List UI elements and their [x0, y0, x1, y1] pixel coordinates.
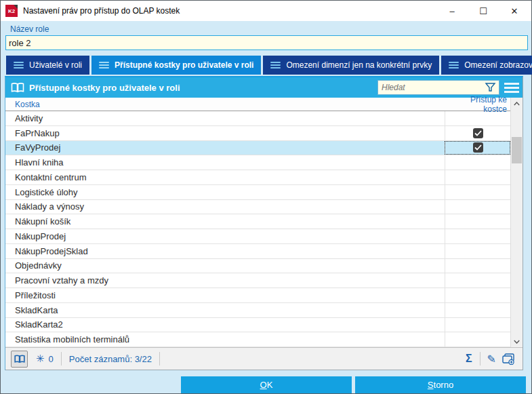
- separator: [480, 352, 480, 366]
- book-view-button[interactable]: [11, 351, 28, 368]
- tab-menu-icon: [99, 60, 109, 70]
- panel-menu-button[interactable]: [502, 79, 521, 96]
- cube-name-cell[interactable]: Nákupní košík: [5, 214, 445, 229]
- access-cell[interactable]: [445, 318, 510, 332]
- table-row[interactable]: Pracovní vztahy a mzdy: [5, 273, 510, 288]
- access-cell[interactable]: [445, 141, 510, 155]
- table-row[interactable]: FaPrNakup: [5, 126, 510, 141]
- storno-button[interactable]: Storno: [355, 376, 526, 393]
- tab-menu-icon: [14, 60, 24, 70]
- tab-dimension-restrictions[interactable]: Omezení dimenzí jen na konkrétní prvky: [263, 56, 439, 75]
- cube-name-cell[interactable]: Logistické úlohy: [5, 185, 445, 199]
- cube-name-cell[interactable]: FaPrNakup: [5, 126, 445, 140]
- titlebar: K2 Nastavení práv pro přístup do OLAP ko…: [1, 1, 531, 21]
- access-cell[interactable]: [445, 155, 510, 170]
- cube-name-cell[interactable]: Objednávky: [5, 259, 445, 273]
- cubes-panel: Přístupné kostky pro uživatele v roli Ko…: [5, 76, 523, 370]
- cube-name-cell[interactable]: SkladKarta: [5, 303, 445, 317]
- tab-menu-icon: [449, 60, 459, 70]
- cube-name-cell[interactable]: SkladKarta2: [5, 318, 445, 332]
- access-cell[interactable]: [445, 170, 510, 184]
- access-cell[interactable]: [445, 273, 510, 288]
- tab-bar: Uživatelé v roli Přístupné kostky pro už…: [6, 56, 531, 75]
- cube-name-cell[interactable]: Hlavní kniha: [5, 155, 445, 170]
- access-cell[interactable]: [445, 332, 510, 347]
- scroll-up-icon[interactable]: [511, 98, 523, 109]
- separator: [61, 352, 62, 366]
- access-cell[interactable]: [445, 185, 510, 199]
- snowflake-filter-icon[interactable]: ✳: [36, 353, 45, 365]
- table-row[interactable]: Statistika mobilních terminálů: [5, 332, 510, 347]
- pencil-edit-icon[interactable]: ✎: [487, 353, 496, 366]
- tab-accessible-cubes[interactable]: Přístupné kostky pro uživatele v roli: [91, 56, 261, 75]
- filter-funnel-icon[interactable]: [485, 82, 496, 93]
- table-row[interactable]: Objednávky: [5, 259, 510, 274]
- table-row[interactable]: SkladKarta2: [5, 318, 510, 333]
- search-box: [377, 80, 499, 95]
- cube-name-cell[interactable]: Náklady a výnosy: [5, 200, 445, 214]
- table-row[interactable]: Logistické úlohy: [5, 185, 510, 200]
- cube-name-cell[interactable]: NákupProdejSklad: [5, 244, 445, 258]
- role-name-label: Název role: [10, 24, 531, 34]
- access-cell[interactable]: [445, 214, 510, 229]
- access-cell[interactable]: [445, 244, 510, 258]
- tab-users-in-role[interactable]: Uživatelé v roli: [6, 56, 89, 75]
- access-cell[interactable]: [445, 126, 510, 140]
- record-count-label: Počet záznamů: 3/22: [69, 354, 152, 364]
- table-row[interactable]: Kontaktní centrum: [5, 170, 510, 185]
- access-cell[interactable]: [445, 111, 510, 125]
- panel-title: Přístupné kostky pro uživatele v roli: [29, 83, 377, 93]
- app-icon-label: K2: [8, 8, 15, 14]
- access-cell[interactable]: [445, 229, 510, 243]
- tab-label: Omezení zobrazovaných měr: [464, 60, 532, 70]
- dialog-buttons: OK Storno: [6, 376, 526, 393]
- app-icon: K2: [5, 5, 18, 17]
- cubes-table: Kostka Přístup ke kostce AktivityFaPrNak…: [5, 98, 510, 347]
- table-add-icon[interactable]: [502, 353, 514, 365]
- grid-area: Kostka Přístup ke kostce AktivityFaPrNak…: [5, 98, 523, 347]
- tab-label: Uživatelé v roli: [29, 60, 82, 70]
- tab-label: Omezení dimenzí jen na konkrétní prvky: [286, 60, 432, 70]
- column-header-kostka[interactable]: Kostka: [5, 100, 445, 109]
- table-row[interactable]: Aktivity: [5, 111, 510, 126]
- access-cell[interactable]: [445, 259, 510, 273]
- table-row[interactable]: Hlavní kniha: [5, 155, 510, 170]
- checkbox-checked-icon[interactable]: [473, 128, 483, 138]
- maximize-button[interactable]: ☐: [468, 1, 499, 21]
- open-book-icon: [11, 83, 24, 93]
- cube-name-cell[interactable]: Pracovní vztahy a mzdy: [5, 273, 445, 288]
- ok-button[interactable]: OK: [181, 376, 352, 393]
- cube-name-cell[interactable]: Aktivity: [5, 111, 445, 125]
- status-bar: ✳ 0 Počet záznamů: 3/22 Σ ✎: [5, 347, 523, 370]
- tab-menu-icon: [270, 60, 281, 70]
- access-cell[interactable]: [445, 288, 510, 302]
- book-icon: [14, 355, 25, 363]
- table-row[interactable]: SkladKarta: [5, 303, 510, 318]
- role-name-input[interactable]: [5, 35, 528, 50]
- cube-name-cell[interactable]: Příležitosti: [5, 288, 445, 302]
- search-input[interactable]: [378, 83, 485, 92]
- checkbox-checked-icon[interactable]: [473, 142, 483, 153]
- cube-name-cell[interactable]: Statistika mobilních terminálů: [5, 332, 445, 347]
- cube-name-cell[interactable]: Kontaktní centrum: [5, 170, 445, 184]
- scroll-down-icon[interactable]: [511, 336, 523, 347]
- close-button[interactable]: ✕: [499, 1, 530, 21]
- minimize-button[interactable]: –: [436, 1, 468, 21]
- scrollbar-thumb[interactable]: [512, 137, 522, 163]
- vertical-scrollbar[interactable]: [510, 98, 523, 347]
- tab-measure-restrictions[interactable]: Omezení zobrazovaných měr: [441, 56, 532, 75]
- table-row[interactable]: NákupProdej: [5, 229, 510, 244]
- access-cell[interactable]: [445, 200, 510, 214]
- cube-name-cell[interactable]: FaVyProdej: [5, 141, 445, 155]
- cube-name-cell[interactable]: NákupProdej: [5, 229, 445, 243]
- table-row[interactable]: NákupProdejSklad: [5, 244, 510, 259]
- sum-sigma-icon[interactable]: Σ: [466, 353, 472, 365]
- table-row[interactable]: Příležitosti: [5, 288, 510, 303]
- tab-label: Přístupné kostky pro uživatele v roli: [115, 60, 253, 70]
- access-cell[interactable]: [445, 303, 510, 317]
- table-row[interactable]: FaVyProdej: [5, 141, 510, 156]
- filter-count: 0: [49, 354, 54, 364]
- table-row[interactable]: Náklady a výnosy: [5, 200, 510, 215]
- window-title: Nastavení práv pro přístup do OLAP koste…: [23, 6, 436, 16]
- table-row[interactable]: Nákupní košík: [5, 214, 510, 229]
